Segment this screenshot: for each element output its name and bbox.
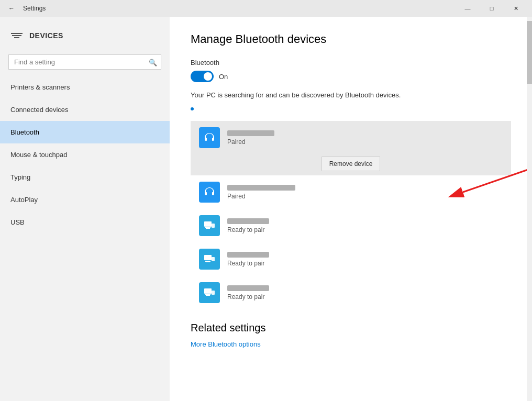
sidebar-item-typing[interactable]: Typing (0, 166, 170, 188)
titlebar-controls: — □ ✕ (456, 0, 528, 17)
searching-text: Your PC is searching for and can be disc… (191, 91, 431, 100)
maximize-button[interactable]: □ (480, 0, 504, 17)
svg-rect-9 (212, 257, 215, 261)
device-info-1: Paired (227, 130, 503, 146)
dot-loader (191, 103, 511, 113)
device-status-2: Paired (227, 193, 503, 200)
more-bluetooth-options-link[interactable]: More Bluetooth options (191, 340, 261, 348)
titlebar: ← Settings — □ ✕ (0, 0, 532, 17)
device-status-3: Ready to pair (227, 226, 503, 233)
svg-rect-2 (204, 221, 212, 227)
search-input[interactable] (8, 54, 161, 70)
device-info-4: Ready to pair (227, 252, 503, 267)
toggle-state-label: On (219, 73, 228, 81)
device-info-3: Ready to pair (227, 218, 503, 233)
bluetooth-label: Bluetooth (191, 59, 511, 66)
scrollbar-track[interactable] (527, 17, 532, 401)
device-item-4[interactable]: Ready to pair (191, 242, 511, 276)
device-name-1 (227, 130, 274, 136)
sidebar-item-autoplay[interactable]: AutoPlay (0, 188, 170, 211)
sidebar: DEVICES 🔍 Printers & scanners Connected … (0, 17, 170, 401)
svg-rect-11 (205, 294, 210, 295)
device-status-5: Ready to pair (227, 293, 503, 300)
svg-rect-13 (212, 291, 215, 295)
toggle-row: On (191, 71, 511, 82)
svg-rect-6 (204, 255, 212, 260)
bluetooth-toggle[interactable] (191, 71, 214, 82)
close-button[interactable]: ✕ (504, 0, 528, 17)
device-name-2 (227, 185, 295, 191)
sidebar-nav: Printers & scanners Connected devices Bl… (0, 76, 170, 401)
svg-rect-7 (205, 261, 210, 262)
device-item-2[interactable]: Paired (191, 175, 511, 209)
devices-icon-4 (203, 253, 216, 265)
device-info-2: Paired (227, 185, 503, 200)
sidebar-search-wrap: 🔍 (0, 54, 170, 76)
svg-rect-3 (205, 227, 210, 228)
scrollbar-thumb[interactable] (527, 21, 532, 84)
device-status-4: Ready to pair (227, 260, 503, 267)
svg-rect-5 (212, 224, 215, 228)
device-icon-5 (199, 282, 220, 303)
sidebar-title: DEVICES (29, 31, 63, 40)
device-item-1[interactable]: Paired Remove device (191, 121, 511, 175)
device-name-5 (227, 285, 269, 291)
minimize-button[interactable]: — (456, 0, 480, 17)
svg-rect-8 (206, 262, 210, 262)
remove-device-button[interactable]: Remove device (322, 157, 381, 171)
sidebar-item-mouse[interactable]: Mouse & touchpad (0, 143, 170, 166)
device-icon-3 (199, 215, 220, 236)
sidebar-item-bluetooth[interactable]: Bluetooth (0, 121, 170, 143)
titlebar-title: Settings (23, 5, 46, 12)
content-area: Manage Bluetooth devices Bluetooth On Yo… (170, 17, 532, 401)
device-info-5: Ready to pair (227, 285, 503, 300)
app-body: DEVICES 🔍 Printers & scanners Connected … (0, 17, 532, 401)
headphones-icon-2 (203, 186, 216, 198)
titlebar-nav: ← (4, 1, 19, 16)
devices-icon-5 (203, 286, 216, 299)
page-title: Manage Bluetooth devices (191, 32, 511, 46)
svg-rect-12 (206, 295, 210, 296)
sidebar-item-printers[interactable]: Printers & scanners (0, 76, 170, 98)
sidebar-header: DEVICES (0, 17, 170, 54)
sidebar-item-connected[interactable]: Connected devices (0, 98, 170, 121)
device-name-4 (227, 252, 269, 258)
titlebar-left: ← Settings (4, 1, 46, 16)
headphones-icon-1 (203, 131, 216, 144)
devices-icon (10, 29, 23, 42)
svg-rect-10 (204, 288, 212, 294)
device-item-5[interactable]: Ready to pair (191, 276, 511, 309)
svg-rect-4 (206, 228, 210, 229)
devices-icon-3 (203, 219, 216, 232)
device-item-3[interactable]: Ready to pair (191, 209, 511, 242)
device-icon-4 (199, 249, 220, 270)
device-icon-2 (199, 182, 220, 203)
sidebar-item-usb[interactable]: USB (0, 211, 170, 233)
back-button[interactable]: ← (4, 1, 19, 16)
device-actions-1: Remove device (313, 154, 389, 175)
device-icon-1 (199, 127, 220, 148)
related-settings-heading: Related settings (191, 322, 511, 334)
device-name-3 (227, 218, 269, 224)
device-status-1: Paired (227, 138, 503, 146)
